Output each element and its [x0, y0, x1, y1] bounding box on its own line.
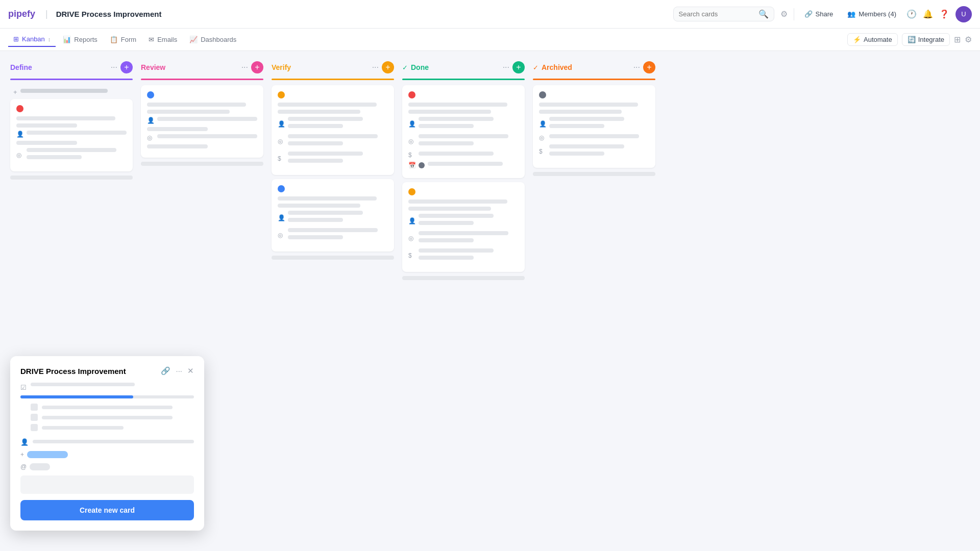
person-icon: 👤	[278, 214, 285, 221]
tab-emails[interactable]: ✉ Emails	[143, 33, 182, 46]
card-row: 👤	[16, 131, 127, 138]
col-menu-done[interactable]: ···	[503, 63, 509, 72]
share-button[interactable]: 🔗 Share	[800, 8, 838, 20]
review-footer	[141, 162, 263, 166]
progress-bar	[20, 395, 194, 398]
divider	[794, 8, 794, 20]
person-icon: 👤	[16, 131, 23, 138]
col-add-review[interactable]: +	[251, 61, 263, 73]
kanban-icon: ⊞	[13, 35, 19, 43]
column-review: Review ··· + 👤 ◎	[141, 61, 263, 169]
card-priority-dot	[408, 188, 415, 195]
form-icon: 📋	[110, 36, 118, 43]
checkbox-icon: ☑	[20, 384, 27, 391]
search-icon: 🔍	[758, 9, 769, 19]
project-title: DRIVE Process Improvement	[56, 10, 162, 18]
help-icon[interactable]: ❓	[939, 9, 949, 19]
dashboards-icon: 📈	[189, 36, 198, 43]
members-button[interactable]: 👥 Members (4)	[843, 8, 900, 20]
card-archived-1[interactable]: 👤 ◎ $	[533, 85, 655, 168]
popup-title: DRIVE Process Improvement	[20, 367, 157, 375]
card-priority-dot	[16, 105, 23, 112]
more-icon[interactable]: ···	[176, 366, 182, 375]
col-add-done[interactable]: +	[512, 61, 525, 73]
mention-row: @	[20, 463, 194, 470]
dollar-icon: $	[539, 148, 546, 155]
check-3	[31, 424, 38, 431]
emails-icon: ✉	[149, 36, 154, 43]
reports-icon: 📊	[63, 36, 71, 43]
toggle[interactable]	[30, 463, 50, 470]
add-card-define[interactable]: +	[10, 85, 133, 99]
card-review-1[interactable]: 👤 ◎	[141, 85, 263, 158]
col-underline-define	[10, 79, 133, 80]
link-icon[interactable]: 🔗	[161, 366, 170, 375]
integrate-button[interactable]: 🔄 Integrate	[902, 33, 950, 46]
subbar: ⊞ Kanban ↕ 📊 Reports 📋 Form ✉ Emails 📈 D…	[0, 29, 980, 51]
grid-icon[interactable]: ⊞	[954, 35, 961, 44]
column-done: ✓ Done ··· + 👤 ◎	[402, 61, 525, 283]
close-icon[interactable]: ✕	[187, 366, 194, 375]
col-title-review: Review	[141, 63, 238, 71]
settings-icon[interactable]: ⚙	[965, 35, 972, 44]
check-icon: ✓	[402, 64, 408, 71]
progress-fill	[20, 395, 133, 398]
history-icon[interactable]: 🕐	[906, 9, 917, 19]
col-add-archived[interactable]: +	[643, 61, 655, 73]
avatar[interactable]: U	[955, 6, 972, 22]
comment-area[interactable]	[20, 475, 194, 494]
automate-button[interactable]: ⚡ Automate	[847, 33, 898, 46]
card-done-2[interactable]: 👤 ◎ $	[402, 182, 525, 272]
person-icon: 👤	[408, 217, 415, 224]
circle-icon: ◎	[16, 152, 23, 159]
col-menu-review[interactable]: ···	[241, 63, 248, 72]
checklist-item-2	[31, 414, 194, 421]
col-add-define[interactable]: +	[120, 61, 133, 73]
column-verify: Verify ··· + 👤 ◎	[272, 61, 394, 263]
col-menu-define[interactable]: ···	[111, 63, 117, 72]
checklist-section: ☑	[20, 383, 194, 431]
col-add-verify[interactable]: +	[382, 61, 394, 73]
filter-icon[interactable]: ⚙	[780, 9, 788, 19]
card-verify-1[interactable]: 👤 ◎ $	[272, 85, 394, 175]
col-underline-review	[141, 79, 263, 80]
col-menu-archived[interactable]: ···	[633, 63, 640, 72]
popup-actions: 🔗 ··· ✕	[161, 366, 194, 375]
done-footer	[402, 276, 525, 280]
tab-kanban[interactable]: ⊞ Kanban ↕	[8, 32, 56, 47]
col-header-define: Define ··· +	[10, 61, 133, 73]
search-input[interactable]	[679, 10, 755, 18]
col-title-define: Define	[10, 63, 108, 71]
create-card-button[interactable]: Create new card	[20, 500, 194, 520]
person-icon: 👤	[408, 120, 415, 128]
card-priority-dot	[278, 185, 285, 192]
card-define-1[interactable]: 👤 ◎	[10, 99, 133, 171]
tab-dashboards[interactable]: 📈 Dashboards	[184, 33, 241, 46]
circle-icon: ◎	[147, 134, 154, 141]
check-1	[31, 404, 38, 411]
col-underline-done	[402, 79, 525, 80]
dollar-icon: $	[278, 155, 285, 162]
checklist-item-3	[31, 424, 194, 431]
col-header-done: ✓ Done ··· +	[402, 61, 525, 73]
card-priority-dot	[539, 91, 546, 98]
card-verify-2[interactable]: 👤 ◎	[272, 179, 394, 252]
tab-form[interactable]: 📋 Form	[105, 33, 141, 46]
person-icon: 👤	[20, 438, 29, 446]
create-card-popup: DRIVE Process Improvement 🔗 ··· ✕ ☑	[10, 356, 204, 531]
archived-footer	[533, 172, 655, 176]
members-icon: 👥	[847, 10, 855, 18]
logo-divider: |	[45, 9, 48, 19]
circle-icon: ◎	[408, 235, 415, 242]
bell-icon[interactable]: 🔔	[923, 9, 933, 19]
check-2	[31, 414, 38, 421]
col-title-archived: Archived	[542, 63, 630, 71]
col-menu-verify[interactable]: ···	[372, 63, 379, 72]
card-done-1[interactable]: 👤 ◎ $ 📅	[402, 85, 525, 178]
dollar-icon: $	[408, 252, 415, 259]
card-priority-dot	[278, 91, 285, 98]
tab-reports[interactable]: 📊 Reports	[58, 33, 103, 46]
column-define: Define ··· + + 👤 ◎	[10, 61, 133, 183]
person-icon: 👤	[278, 120, 285, 128]
tag-pill	[27, 451, 68, 458]
